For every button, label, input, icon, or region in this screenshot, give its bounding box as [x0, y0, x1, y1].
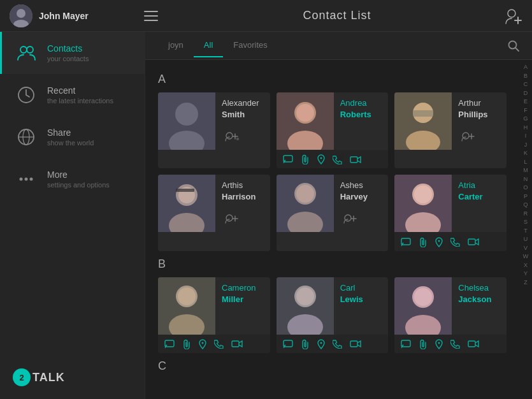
- svg-point-52: [296, 185, 314, 203]
- menu-icon[interactable]: [144, 9, 169, 22]
- video-icon-atria[interactable]: [468, 236, 479, 247]
- contact-name-arthur: ArthurPhillips: [458, 98, 500, 120]
- svg-rect-4: [144, 15, 158, 17]
- call-icon-chelsea[interactable]: [450, 338, 460, 349]
- page-title: Contact List: [169, 9, 505, 22]
- contact-card-atria-carter: AtriaCarter: [394, 175, 507, 250]
- alpha-j[interactable]: J: [524, 141, 528, 150]
- add-contact-arthis[interactable]: [222, 210, 264, 228]
- alpha-g[interactable]: G: [523, 115, 528, 124]
- attachment-icon-chelsea[interactable]: [419, 338, 428, 349]
- contact-actions-atria: [394, 232, 507, 250]
- contact-info-arthur: ArthurPhillips: [452, 92, 507, 150]
- alpha-f[interactable]: F: [524, 106, 528, 115]
- svg-point-32: [320, 157, 322, 159]
- alpha-n[interactable]: N: [524, 175, 528, 184]
- contacts-label: Contacts: [47, 43, 89, 54]
- contact-list: A: [145, 60, 519, 399]
- tab-favorites[interactable]: Favorites: [223, 34, 277, 57]
- alpha-t[interactable]: T: [524, 227, 528, 236]
- alpha-o[interactable]: O: [523, 184, 528, 192]
- svg-point-61: [438, 240, 440, 242]
- attachment-icon-carl[interactable]: [301, 338, 310, 349]
- user-avatar[interactable]: [10, 4, 32, 27]
- alpha-r[interactable]: R: [524, 210, 528, 219]
- attachment-icon-atria[interactable]: [419, 236, 428, 247]
- message-icon-carl[interactable]: [283, 338, 293, 349]
- contact-photo-arthis: [158, 175, 215, 232]
- location-icon-andrea[interactable]: [317, 154, 325, 164]
- contact-photo-cameron: [158, 277, 215, 335]
- svg-rect-62: [468, 239, 475, 245]
- alpha-h[interactable]: H: [524, 124, 528, 133]
- alpha-v[interactable]: V: [524, 244, 528, 253]
- contact-photo-alexander: [158, 92, 215, 150]
- sidebar-item-more[interactable]: More settings and options: [0, 158, 145, 200]
- sidebar-item-recent[interactable]: Recent the latest interactions: [0, 74, 145, 116]
- alpha-s[interactable]: S: [524, 218, 528, 227]
- alpha-e[interactable]: E: [524, 98, 528, 106]
- video-icon-cameron[interactable]: [231, 338, 243, 349]
- message-icon-cameron[interactable]: [164, 338, 175, 349]
- alpha-x[interactable]: X: [524, 261, 528, 270]
- add-contact-arthur[interactable]: [458, 127, 500, 145]
- video-icon-andrea[interactable]: [350, 154, 361, 164]
- svg-point-16: [20, 178, 23, 181]
- svg-rect-83: [468, 341, 475, 347]
- contact-name-ashes: AshesHarvey: [340, 180, 382, 203]
- more-icon: [15, 168, 38, 191]
- alpha-q[interactable]: Q: [523, 201, 528, 210]
- location-icon-chelsea[interactable]: [435, 338, 443, 349]
- add-contact-icon[interactable]: [505, 7, 522, 25]
- call-icon-cameron[interactable]: [214, 338, 224, 349]
- attachment-icon-andrea[interactable]: [301, 154, 310, 164]
- alpha-w[interactable]: W: [523, 252, 529, 261]
- svg-point-30: [296, 104, 314, 122]
- call-icon-atria[interactable]: [450, 236, 460, 247]
- contact-actions-andrea: [277, 150, 389, 168]
- contact-photo-ashes: [277, 175, 334, 232]
- alpha-d[interactable]: D: [524, 89, 528, 98]
- tab-joyn[interactable]: joyn: [158, 34, 194, 57]
- alpha-y[interactable]: Y: [524, 270, 528, 279]
- contact-card-andrea-roberts: AndreaRoberts: [277, 92, 389, 168]
- add-contact-alexander[interactable]: [222, 127, 264, 145]
- alpha-a[interactable]: A: [524, 63, 528, 72]
- alpha-m[interactable]: M: [523, 166, 528, 175]
- alpha-z[interactable]: Z: [524, 279, 528, 287]
- alpha-u[interactable]: U: [524, 235, 528, 244]
- contact-photo-arthur: [394, 92, 452, 150]
- search-icon[interactable]: [508, 40, 519, 52]
- message-icon-chelsea[interactable]: [401, 338, 411, 349]
- sidebar-item-contacts[interactable]: Contacts your contacts: [0, 32, 145, 74]
- recent-text: Recent the latest interactions: [47, 85, 113, 105]
- location-icon-cameron[interactable]: [199, 338, 206, 349]
- svg-point-21: [175, 103, 198, 126]
- svg-point-73: [296, 287, 314, 305]
- attachment-icon-cameron[interactable]: [182, 338, 191, 349]
- tab-all[interactable]: All: [194, 34, 223, 57]
- call-icon-andrea[interactable]: [333, 154, 342, 164]
- alpha-c[interactable]: C: [524, 80, 528, 89]
- video-icon-carl[interactable]: [350, 338, 361, 349]
- alpha-p[interactable]: P: [524, 192, 528, 201]
- sidebar-footer: 2 TALK: [0, 356, 145, 399]
- contact-name-carl: CarlLewis: [340, 282, 382, 305]
- contact-card-cameron-miller: CameronMiller: [158, 277, 270, 353]
- message-icon-atria[interactable]: [401, 236, 411, 247]
- location-icon-atria[interactable]: [435, 236, 443, 247]
- alpha-i[interactable]: I: [525, 132, 527, 141]
- contacts-sublabel: your contacts: [47, 55, 89, 62]
- call-icon-carl[interactable]: [333, 338, 342, 349]
- contact-info-alexander: AlexanderSmith: [215, 92, 270, 150]
- location-icon-carl[interactable]: [317, 338, 325, 349]
- sidebar-item-share[interactable]: Share show the world: [0, 116, 145, 158]
- alpha-l[interactable]: L: [524, 158, 527, 167]
- alpha-b[interactable]: B: [524, 72, 528, 81]
- video-icon-chelsea[interactable]: [468, 338, 479, 349]
- contact-card-arthur-phillips: ArthurPhillips: [394, 92, 507, 168]
- alpha-k[interactable]: K: [524, 149, 528, 158]
- add-contact-ashes[interactable]: [340, 210, 382, 228]
- message-icon-andrea[interactable]: [283, 154, 293, 164]
- svg-point-6: [508, 10, 515, 17]
